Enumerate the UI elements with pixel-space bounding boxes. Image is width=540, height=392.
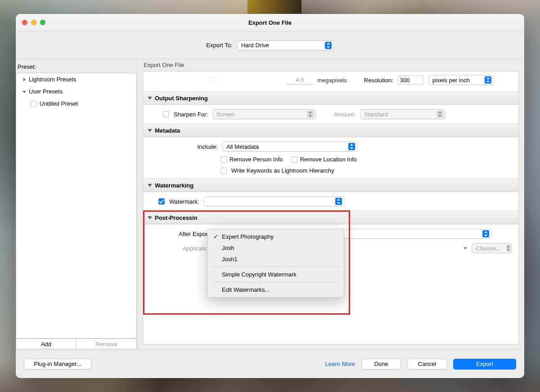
panel-head-sharpening[interactable]: Output Sharpening <box>143 92 518 105</box>
stepper-icon <box>307 111 314 118</box>
panel-title: Output Sharpening <box>155 95 208 102</box>
megapixels-unit: megapixels <box>317 77 347 84</box>
write-keywords-checkbox[interactable] <box>220 168 227 174</box>
menu-item-label: Edit Watermarks... <box>222 286 270 293</box>
application-label: Applicatio <box>169 245 208 252</box>
remove-person-label: Remove Person Info <box>230 156 283 163</box>
resolution-unit-value: pixels per inch <box>432 77 470 84</box>
dropdown-icon[interactable] <box>464 247 467 249</box>
menu-item-label: Simple Copyright Watermark <box>222 271 297 278</box>
checkbox-icon[interactable] <box>31 101 37 107</box>
include-select[interactable]: All Metadata <box>222 142 357 151</box>
zoom-icon[interactable] <box>40 20 45 25</box>
menu-separator <box>212 267 339 267</box>
preset-sidebar: Preset: Lightroom Presets User Presets U… <box>16 59 137 349</box>
checkmark-icon: ✓ <box>213 233 218 240</box>
stepper-icon <box>436 111 443 118</box>
dialog-footer: Plug-in Manager... Learn More Done Cance… <box>16 349 524 378</box>
preset-group-lightroom[interactable]: Lightroom Presets <box>16 73 136 85</box>
export-button[interactable]: Export <box>453 359 516 370</box>
panel-watermarking: Watermarking Watermark: <box>143 179 518 211</box>
watermark-menu[interactable]: ✓ Expert Photography Josh Josh1 Simp <box>207 229 344 298</box>
include-label: Include: <box>193 143 218 150</box>
watermark-menu-item[interactable]: ✓ Expert Photography <box>207 231 344 242</box>
learn-more-link[interactable]: Learn More <box>325 361 355 367</box>
amount-value: Standard <box>364 111 388 118</box>
export-to-row: Export To: Hard Drive <box>16 32 524 59</box>
choose-button[interactable]: Choose... <box>472 243 512 253</box>
resolution-label: Resolution: <box>364 77 393 84</box>
panel-head-postprocessing[interactable]: Post-Processin <box>143 211 518 224</box>
preset-group-label: User Presets <box>29 88 63 95</box>
export-to-value: Hard Drive <box>241 42 269 49</box>
remove-button[interactable]: Remove <box>76 339 137 349</box>
panel-head-metadata[interactable]: Metadata <box>143 124 518 137</box>
export-to-select[interactable]: Hard Drive <box>237 40 334 50</box>
plugin-manager-button[interactable]: Plug-in Manager... <box>24 359 91 370</box>
remove-person-checkbox[interactable] <box>220 156 227 163</box>
resize-checkbox[interactable] <box>210 77 216 83</box>
panel-head-watermarking[interactable]: Watermarking <box>143 179 518 192</box>
remove-location-checkbox[interactable] <box>291 156 297 163</box>
stepper-icon <box>506 245 510 252</box>
titlebar: Export One File <box>16 14 524 32</box>
panel-title: Metadata <box>155 127 180 134</box>
disclosure-triangle-icon <box>148 129 152 132</box>
disclosure-triangle-icon <box>148 184 152 187</box>
stepper-icon <box>485 76 491 84</box>
watermark-menu-edit[interactable]: Edit Watermarks... <box>207 284 344 295</box>
watermark-menu-simple[interactable]: Simple Copyright Watermark <box>207 269 344 280</box>
panel-title: Post-Processin <box>155 214 198 221</box>
sharpen-for-label: Sharpen For: <box>174 111 208 118</box>
watermark-checkbox[interactable] <box>158 198 165 205</box>
preset-group-user[interactable]: User Presets <box>16 85 136 98</box>
choose-label: Choose... <box>476 245 501 252</box>
close-icon[interactable] <box>22 20 27 25</box>
preset-heading: Preset: <box>16 62 137 73</box>
done-button[interactable]: Done <box>361 359 401 370</box>
menu-item-label: Josh <box>222 245 234 251</box>
panel-sharpening: Output Sharpening Sharpen For: Screen <box>143 92 518 124</box>
after-export-label: After Expor <box>169 231 208 237</box>
export-to-label: Export To: <box>206 42 232 49</box>
megapixels-input[interactable] <box>287 76 313 85</box>
menu-item-label: Josh1 <box>222 256 238 263</box>
preset-group-label: Lightroom Presets <box>29 76 76 83</box>
watermark-select[interactable] <box>204 196 344 206</box>
disclosure-triangle-icon <box>148 97 152 100</box>
chevron-right-icon <box>22 78 26 81</box>
watermark-label: Watermark: <box>169 198 199 205</box>
stepper-icon <box>348 143 355 150</box>
panel-metadata: Metadata Include: All Metadata <box>143 124 518 179</box>
menu-separator <box>212 282 339 282</box>
include-value: All Metadata <box>226 143 259 150</box>
resolution-unit-select[interactable]: pixels per inch <box>428 75 494 85</box>
settings-scroll[interactable]: ­ megapixels Resolution: pixels per inch <box>143 71 519 345</box>
remove-location-label: Remove Location Info <box>300 156 357 163</box>
cancel-button[interactable]: Cancel <box>407 359 447 370</box>
menu-item-label: Expert Photography <box>222 233 274 240</box>
preset-item-label: Untitled Preset <box>40 100 78 107</box>
chevron-down-icon <box>22 90 26 94</box>
export-dialog: Export One File Export To: Hard Drive Pr… <box>16 14 524 378</box>
resolution-input[interactable] <box>398 76 424 85</box>
sharpen-for-select[interactable]: Screen <box>212 109 316 119</box>
stepper-icon <box>335 198 342 205</box>
disclosure-triangle-icon <box>148 216 152 219</box>
amount-label: Amount: <box>334 111 356 118</box>
minimize-icon[interactable] <box>31 20 36 25</box>
preset-buttons: Add Remove <box>16 339 137 349</box>
preset-tree[interactable]: Lightroom Presets User Presets Untitled … <box>16 73 137 339</box>
watermark-menu-item[interactable]: Josh1 <box>207 254 344 265</box>
watermark-menu-item[interactable]: Josh <box>207 242 344 254</box>
stepper-icon <box>325 42 332 49</box>
stepper-icon <box>482 230 489 237</box>
panel-title: Watermarking <box>155 182 194 189</box>
sizing-row: ­ megapixels Resolution: pixels per inch <box>143 71 518 92</box>
sharpen-for-value: Screen <box>216 111 235 118</box>
amount-select[interactable]: Standard <box>360 109 446 119</box>
sharpen-checkbox[interactable] <box>163 111 169 117</box>
preset-item[interactable]: Untitled Preset <box>16 98 136 110</box>
add-button[interactable]: Add <box>16 339 76 349</box>
resize-label: ­ <box>221 77 261 84</box>
